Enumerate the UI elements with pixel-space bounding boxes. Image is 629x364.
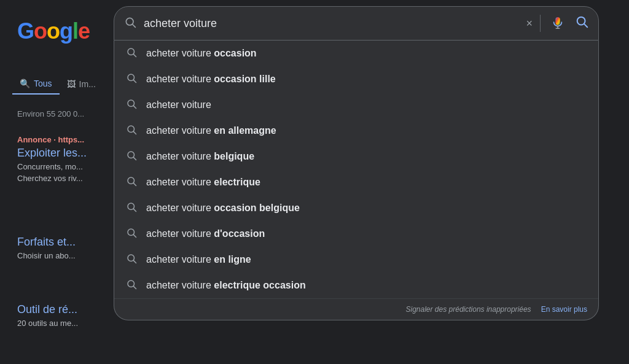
bg-result-3: Outil de ré... 20 outils au me...: [17, 301, 78, 328]
search-bar: acheter voiture ×: [114, 6, 599, 41]
suggestion-item-1[interactable]: acheter voiture occasion lille: [114, 66, 598, 92]
result-count: Environ 55 200 0...: [17, 109, 84, 118]
suggestion-text-2: acheter voiture: [146, 99, 211, 110]
result-3-snippet: 20 outils au me...: [17, 319, 78, 328]
result-1-snippet-1: Concurrents, mo...: [17, 162, 87, 171]
search-input[interactable]: acheter voiture: [144, 17, 518, 30]
suggestion-search-icon-3: [125, 124, 138, 137]
suggestion-search-icon-5: [125, 176, 138, 189]
svg-line-23: [133, 260, 136, 263]
search-submit-button[interactable]: [575, 15, 588, 32]
svg-line-13: [133, 131, 136, 134]
svg-line-21: [133, 234, 136, 237]
suggestion-item-7[interactable]: acheter voiture d'occasion: [114, 221, 598, 247]
tab-all[interactable]: 🔍 Tous: [12, 74, 60, 95]
voice-search-button[interactable]: [548, 14, 568, 33]
suggestion-item-8[interactable]: acheter voiture en ligne: [114, 247, 598, 273]
suggestion-text-7: acheter voiture d'occasion: [146, 228, 265, 239]
suggestion-search-icon-9: [125, 279, 138, 292]
suggestion-search-icon-7: [125, 227, 138, 241]
suggestion-item-6[interactable]: acheter voiture occasion belgique: [114, 195, 598, 221]
suggestion-search-icon-6: [125, 201, 138, 215]
svg-line-7: [133, 54, 136, 56]
svg-line-17: [133, 183, 136, 185]
suggestion-search-icon-1: [125, 72, 138, 86]
suggestion-search-icon-0: [125, 47, 138, 60]
images-tab-icon: 🖼: [67, 79, 76, 89]
svg-line-11: [133, 106, 136, 108]
suggestion-item-3[interactable]: acheter voiture en allemagne: [114, 118, 598, 144]
svg-line-1: [133, 24, 136, 27]
clear-button[interactable]: ×: [526, 17, 533, 30]
svg-line-25: [133, 286, 136, 288]
tab-all-label: Tous: [34, 79, 52, 88]
suggestion-text-4: acheter voiture belgique: [146, 151, 254, 162]
svg-line-15: [133, 157, 136, 160]
svg-line-5: [584, 24, 587, 27]
svg-line-19: [133, 209, 136, 211]
suggestion-text-3: acheter voiture en allemagne: [146, 125, 276, 136]
suggestions-dropdown: acheter voiture occasionacheter voiture …: [114, 41, 599, 320]
result-3-title[interactable]: Outil de ré...: [17, 303, 78, 316]
suggestion-item-4[interactable]: acheter voiture belgique: [114, 144, 598, 169]
bg-result-2: Forfaits et... Choisir un abo...: [17, 233, 76, 260]
result-1-snippet-2: Cherchez vos riv...: [17, 174, 87, 183]
search-divider: [540, 15, 541, 32]
suggestion-search-icon-2: [125, 98, 138, 112]
search-tab-icon: 🔍: [20, 79, 30, 88]
suggestion-text-0: acheter voiture occasion: [146, 48, 257, 59]
google-logo: Google: [17, 18, 90, 44]
search-container: acheter voiture ×: [114, 6, 599, 320]
report-predictions-text: Signaler des prédictions inappropriées: [406, 305, 531, 314]
suggestion-item-2[interactable]: acheter voiture: [114, 92, 598, 118]
dropdown-footer: Signaler des prédictions inappropriées E…: [114, 298, 598, 320]
result-1-label: Annonce · https...: [17, 135, 87, 144]
suggestion-item-5[interactable]: acheter voiture electrique: [114, 169, 598, 195]
suggestion-item-9[interactable]: acheter voiture electrique occasion: [114, 273, 598, 298]
suggestion-text-1: acheter voiture occasion lille: [146, 74, 276, 85]
suggestion-text-9: acheter voiture electrique occasion: [146, 280, 306, 291]
suggestion-text-8: acheter voiture en ligne: [146, 254, 251, 265]
result-2-title[interactable]: Forfaits et...: [17, 236, 76, 249]
suggestion-text-5: acheter voiture electrique: [146, 177, 260, 188]
suggestion-search-icon-8: [125, 253, 138, 266]
bg-result-1: Annonce · https... Exploiter les... Conc…: [17, 135, 87, 183]
tabs-row: 🔍 Tous 🖼 Im...: [12, 74, 103, 95]
suggestion-search-icon-4: [125, 150, 138, 163]
search-bar-icon: [124, 16, 136, 31]
tab-images[interactable]: 🖼 Im...: [60, 74, 103, 94]
suggestion-text-6: acheter voiture occasion belgique: [146, 203, 300, 214]
svg-line-9: [133, 80, 136, 82]
suggestion-item-0[interactable]: acheter voiture occasion: [114, 41, 598, 66]
result-1-title[interactable]: Exploiter les...: [17, 147, 87, 160]
result-2-snippet: Choisir un abo...: [17, 251, 76, 260]
learn-more-link[interactable]: En savoir plus: [541, 305, 587, 314]
tab-images-label: Im...: [79, 79, 96, 89]
